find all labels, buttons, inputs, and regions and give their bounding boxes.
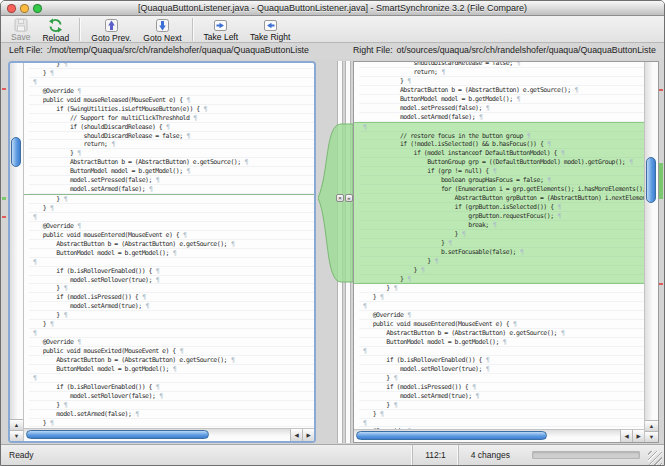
code-line: model.setRollover(false); ¶: [29, 392, 314, 401]
toolbar: Save Reload Goto Prev. Goto Next T: [1, 16, 664, 43]
change-mark[interactable]: [2, 216, 6, 218]
pilcrow-mark: ¶: [60, 63, 68, 68]
right-code-editor[interactable]: shouldDiscardRelease = false; ¶ return; …: [354, 62, 644, 429]
close-button[interactable]: [7, 4, 16, 13]
code-line: ¶: [359, 302, 644, 311]
change-mark[interactable]: [2, 197, 6, 200]
take-right-button[interactable]: Take Right: [244, 17, 296, 42]
code-line: ButtonModel model = b.getModel(); ¶: [359, 338, 644, 347]
take-left-icon: [213, 18, 228, 32]
left-code-before-marker: } ¶ } ¶ ¶ @Override ¶ public void mouseR…: [29, 63, 314, 194]
save-icon: [14, 18, 28, 32]
code-line: AbstractButton b = (AbstractButton) e.ge…: [29, 240, 314, 249]
right-horizontal-scrollbar[interactable]: ◀ ▶: [354, 429, 644, 442]
code-line: ButtonModel model = b.getModel(); ¶: [29, 365, 314, 374]
left-hscroll-thumb[interactable]: [26, 430, 209, 439]
code-line: if (b.isRolloverEnabled()) { ¶: [29, 383, 314, 392]
change-mark[interactable]: [2, 88, 6, 90]
code-line: model.setPressed(false); ¶: [359, 104, 644, 113]
code-line: if (!model.isSelected() && b.hasFocus())…: [359, 140, 644, 149]
code-line: } ¶: [359, 410, 644, 419]
pilcrow-mark: ¶: [60, 401, 68, 409]
code-line: } ¶: [29, 204, 314, 213]
left-horizontal-scrollbar[interactable]: ◀ ▶: [24, 428, 314, 441]
scroll-right-arrow[interactable]: ▶: [302, 429, 314, 441]
right-editor-pane: shouldDiscardRelease = false; ¶ return; …: [353, 61, 659, 443]
change-mark[interactable]: [659, 89, 663, 91]
pilcrow-mark: ¶: [472, 392, 480, 400]
pilcrow-mark: ¶: [489, 167, 497, 175]
pilcrow-mark: ¶: [227, 356, 235, 364]
right-vscroll-thumb[interactable]: [646, 157, 656, 203]
resize-grip[interactable]: [648, 451, 662, 465]
take-change-left-button[interactable]: «: [345, 194, 353, 202]
right-vertical-scrollbar[interactable]: ▲ ▼: [644, 62, 658, 442]
code-line: } ¶: [29, 311, 314, 320]
minimize-button[interactable]: [20, 4, 29, 13]
save-button[interactable]: Save: [5, 17, 36, 42]
pilcrow-mark: ¶: [176, 347, 184, 355]
goto-next-label: Goto Next: [143, 33, 181, 43]
scroll-down-arrow[interactable]: ▼: [10, 430, 23, 441]
pilcrow-mark: ¶: [108, 140, 116, 148]
scroll-right-arrow[interactable]: ▶: [632, 430, 644, 442]
pilcrow-mark: ¶: [60, 311, 68, 319]
code-line: ¶: [29, 78, 314, 87]
code-line: // Support for multiClickThreshhold ¶: [29, 114, 314, 123]
pilcrow-mark: ¶: [152, 276, 160, 284]
change-mark[interactable]: [659, 163, 663, 199]
delete-change-button[interactable]: ×: [336, 194, 344, 202]
code-line: shouldDiscardRelease = false; ¶: [29, 132, 314, 141]
code-line: public void mouseExited(MouseEvent e) { …: [29, 347, 314, 356]
code-line: ¶: [29, 213, 314, 222]
goto-next-button[interactable]: Goto Next: [137, 17, 187, 42]
pilcrow-mark: ¶: [46, 320, 54, 328]
goto-prev-label: Goto Prev.: [91, 33, 131, 43]
code-line: model.setArmed(true); ¶: [359, 392, 644, 401]
left-code-editor[interactable]: } ¶ } ¶ ¶ @Override ¶ public void mouseR…: [24, 63, 314, 428]
left-vertical-scrollbar[interactable]: ▲ ▼: [10, 63, 24, 441]
pilcrow-mark: ¶: [554, 203, 562, 211]
reload-button[interactable]: Reload: [36, 17, 75, 42]
right-hscroll-thumb[interactable]: [356, 431, 547, 440]
pilcrow-mark: ¶: [376, 410, 384, 418]
change-mark[interactable]: [659, 283, 663, 285]
pilcrow-mark: ¶: [183, 132, 191, 140]
goto-prev-button[interactable]: Goto Prev.: [85, 17, 137, 42]
scroll-up-arrow[interactable]: ▲: [645, 420, 658, 431]
pilcrow-mark: ¶: [60, 195, 68, 203]
pilcrow-mark: ¶: [189, 114, 197, 122]
left-vscroll-thumb[interactable]: [11, 137, 21, 167]
right-code-after-change: } ¶ } ¶ ¶ @Override ¶ public void mouseE…: [359, 284, 644, 429]
pilcrow-mark: ¶: [73, 87, 81, 95]
take-left-button[interactable]: Take Left: [198, 17, 245, 42]
pilcrow-mark: ¶: [554, 212, 562, 220]
code-line: } ¶: [29, 419, 314, 428]
code-line: b.setFocusable(false); ¶: [359, 248, 644, 257]
code-line: } ¶: [29, 401, 314, 410]
code-line: if (b.isRolloverEnabled()) { ¶: [359, 356, 644, 365]
pilcrow-mark: ¶: [142, 302, 150, 310]
pilcrow-mark: ¶: [458, 230, 466, 238]
pilcrow-mark: ¶: [169, 365, 177, 373]
right-file-path: ot/sources/quaqua/src/ch/randelshofer/qu…: [397, 45, 656, 55]
scroll-left-arrow[interactable]: ◀: [620, 430, 632, 442]
pilcrow-mark: ¶: [241, 158, 249, 166]
zoom-button[interactable]: [33, 4, 42, 13]
scroll-down-arrow[interactable]: ▼: [645, 431, 658, 442]
right-file-label: Right File:: [353, 45, 393, 55]
scroll-left-arrow[interactable]: ◀: [290, 429, 302, 441]
code-line: } ¶: [359, 275, 644, 284]
pilcrow-mark: ¶: [169, 249, 177, 257]
code-line: return; ¶: [359, 68, 644, 77]
pilcrow-mark: ¶: [468, 383, 476, 391]
goto-prev-icon: [104, 18, 119, 33]
title-bar[interactable]: [QuaquaButtonListener.java - QuaquaButto…: [1, 1, 664, 16]
scroll-up-arrow[interactable]: ▲: [10, 419, 23, 430]
pilcrow-mark: ¶: [403, 77, 411, 85]
pilcrow-mark: ¶: [46, 204, 54, 212]
left-editor-pane: ▲ ▼ } ¶ } ¶ ¶ @Override ¶ public void mo…: [8, 61, 316, 443]
code-line: break; ¶: [359, 221, 644, 230]
pilcrow-mark: ¶: [376, 293, 384, 301]
code-line: public void mouseEntered(MouseEvent e) {…: [359, 320, 644, 329]
